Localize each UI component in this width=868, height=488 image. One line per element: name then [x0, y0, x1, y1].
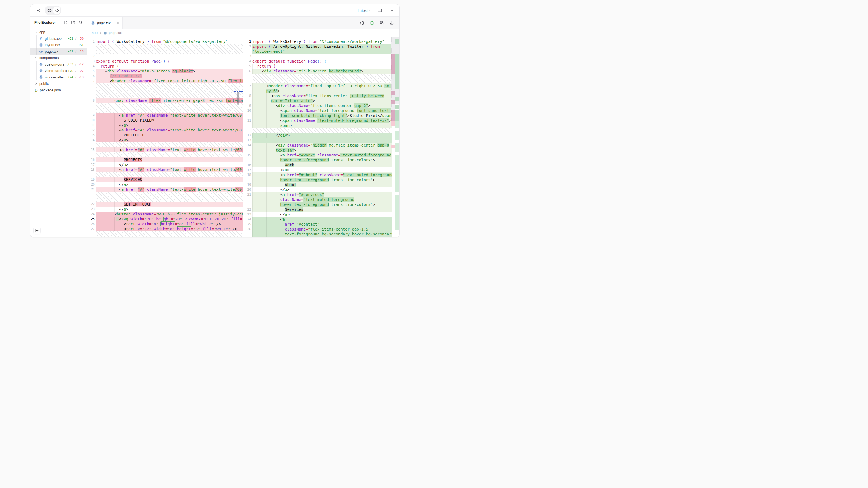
old-code-pane[interactable]: 1import { WorksGallery } from "@/compone…: [87, 37, 243, 237]
version-dropdown[interactable]: Latest: [358, 8, 372, 12]
tree-item-globals-css[interactable]: #globals.css+51 / -50: [30, 35, 87, 42]
collapsed-region[interactable]: [253, 73, 392, 84]
download-button[interactable]: [388, 19, 396, 27]
file-tree: app#globals.css+51 / -50layout.tsx+51pag…: [30, 28, 87, 93]
collapsed-region[interactable]: [96, 192, 243, 202]
chevrons-left-icon: [36, 8, 41, 12]
old-pane-scrollbar-thumb[interactable]: [237, 92, 239, 104]
file-label: app: [39, 30, 45, 34]
new-folder-button[interactable]: [70, 20, 76, 25]
split-diff-button[interactable]: [358, 19, 366, 27]
line-number: 4: [87, 64, 96, 69]
code-toggle-button[interactable]: [53, 7, 60, 14]
code-line: 19About: [246, 182, 392, 187]
collapsed-region[interactable]: [96, 231, 243, 237]
new-file-button[interactable]: [63, 20, 68, 25]
tree-item-custom-curs-[interactable]: custom-curs…+33 / -12: [30, 61, 87, 68]
new-code-pane[interactable]: 1import { WorksGallery } from "@/compone…: [246, 37, 392, 237]
breadcrumb-app[interactable]: app: [92, 31, 97, 35]
code-line: 10<span className="text-foreground font-…: [246, 108, 392, 118]
code-line: 13PORTFOLIO: [87, 133, 243, 137]
more-options-button[interactable]: [387, 7, 395, 14]
line-number: 2: [87, 54, 96, 59]
tree-item-works-galler-[interactable]: works-galler…+24 / -13: [30, 74, 87, 81]
collapsed-region[interactable]: [96, 103, 243, 113]
collapsed-region[interactable]: [253, 128, 392, 133]
app-window: Latest File Explorer: [30, 4, 400, 237]
collapsed-region[interactable]: [96, 142, 243, 148]
file-diff-button[interactable]: [368, 19, 376, 27]
minimap-block: [395, 110, 399, 121]
code-line: 21<a href="#" className="text-white hove…: [87, 187, 243, 192]
code-line: 5return (: [246, 64, 392, 69]
line-number: 19: [87, 177, 96, 182]
tree-item-package-json[interactable]: { }package.json: [30, 87, 87, 94]
diff-minimap[interactable]: [391, 37, 399, 237]
minimap-viewport-indicator[interactable]: [387, 37, 399, 37]
minimap-block: [395, 143, 399, 152]
diff-stats-badge: +24 / -13: [68, 75, 87, 79]
chevron-right-icon: [99, 32, 102, 34]
line-number: 10: [246, 108, 252, 118]
react-icon: [91, 21, 95, 25]
tree-item-video-card-tsx[interactable]: video-card.tsx+76 / -27: [30, 67, 87, 74]
minimap-block: [395, 121, 399, 128]
diff-view: 1import { WorksGallery } from "@/compone…: [87, 37, 399, 237]
line-number: 11: [87, 123, 96, 128]
tree-item-layout-tsx[interactable]: layout.tsx+51: [30, 42, 87, 48]
collapsed-region[interactable]: [96, 84, 243, 98]
file-label: package.json: [40, 88, 61, 92]
line-number: 5: [87, 69, 96, 73]
code-line: 22Services: [246, 207, 392, 212]
breadcrumb-file[interactable]: page.tsx: [109, 31, 122, 35]
tab-page-tsx[interactable]: page.tsx: [87, 17, 123, 29]
chevron-down-icon: [35, 56, 38, 59]
editor-area: page.tsx app page.: [87, 17, 399, 237]
folder-plus-icon: [71, 20, 75, 25]
minimap-block: [391, 54, 395, 74]
file-plus-icon: [64, 20, 68, 25]
panel-toggle-button[interactable]: [376, 7, 383, 14]
line-number: 3: [246, 54, 252, 59]
copy-button[interactable]: [378, 19, 386, 27]
file-label: page.tsx: [45, 50, 58, 54]
collapsed-region[interactable]: [96, 152, 243, 157]
code-line: 23</a>: [246, 212, 392, 217]
code-line: 12</div>: [246, 133, 392, 138]
ellipsis-icon: [389, 8, 394, 13]
collapse-sidebar-button[interactable]: [35, 7, 42, 14]
minimap-block: [395, 195, 399, 230]
code-line: 18<a href="#" className="text-white hove…: [87, 167, 243, 172]
code-line: 11<span className="text-muted-foreground…: [246, 118, 392, 128]
search-files-button[interactable]: [78, 20, 83, 25]
collapse-panel-button[interactable]: [33, 227, 41, 234]
tree-item-app[interactable]: app: [30, 29, 87, 35]
arrow-left-to-line-icon: [35, 229, 39, 232]
file-explorer-title: File Explorer: [34, 20, 56, 25]
collapsed-region[interactable]: [96, 44, 243, 54]
close-tab-icon[interactable]: [116, 21, 120, 25]
preview-toggle-button[interactable]: [45, 7, 53, 14]
tree-item-public[interactable]: public: [30, 80, 87, 87]
minimap-block: [391, 91, 395, 95]
code-line: 15<a href="#" className="text-white hove…: [87, 148, 243, 152]
react-icon: [103, 31, 107, 35]
css-file-icon: #: [39, 36, 43, 40]
tree-item-page-tsx[interactable]: page.tsx+81 / -28: [30, 48, 87, 55]
tree-item-components[interactable]: components: [30, 55, 87, 61]
line-number: 10: [87, 118, 96, 123]
eye-icon: [47, 8, 52, 12]
panel-bottom-icon: [377, 8, 382, 13]
minimap-block: [395, 101, 399, 104]
line-number: 26: [246, 227, 252, 237]
minimap-block: [395, 97, 399, 101]
line-number: 18: [87, 167, 96, 172]
line-number: 15: [246, 153, 252, 162]
collapsed-region[interactable]: [96, 172, 243, 177]
code-line: 4return (: [87, 64, 243, 69]
code-line: 18<a href="#about" className="text-muted…: [246, 172, 392, 182]
line-number: 9: [87, 113, 96, 118]
breadcrumb: app page.tsx: [87, 29, 399, 37]
minimap-block: [391, 145, 395, 148]
chevron-down-icon: [35, 30, 38, 33]
